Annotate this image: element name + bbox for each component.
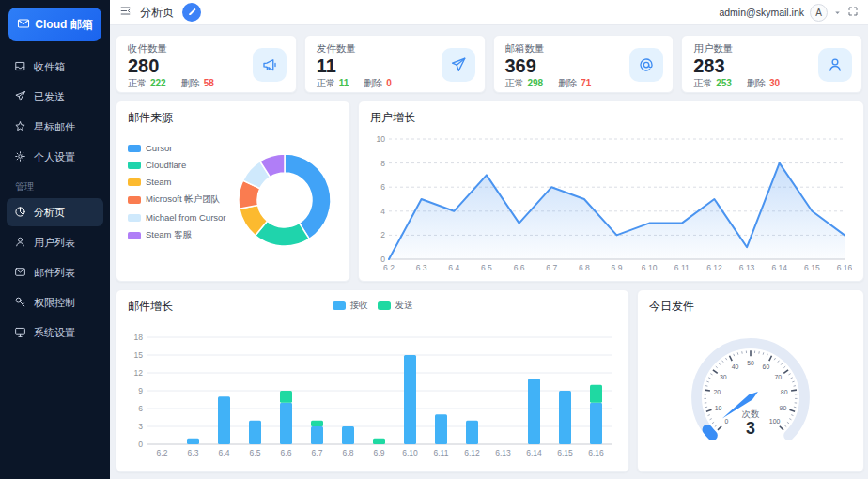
stats-row: 收件数量280正常222删除58发件数量11正常11删除0邮箱数量369正常29…: [116, 35, 862, 93]
stat-deleted-label: 删除: [747, 77, 766, 90]
sidebar-item-pie-chart[interactable]: 分析页: [7, 198, 103, 226]
svg-text:6.13: 6.13: [739, 263, 755, 272]
app-logo[interactable]: Cloud 邮箱: [8, 8, 101, 41]
sidebar-item-label: 收件箱: [34, 60, 65, 74]
caret-glyph: [833, 4, 842, 21]
svg-text:6.9: 6.9: [374, 448, 385, 457]
stat-deleted-value: 0: [386, 78, 392, 88]
svg-text:6.12: 6.12: [464, 448, 480, 457]
mail-growth-chart: 03691215186.26.36.46.56.66.76.86.96.106.…: [128, 320, 617, 463]
svg-text:6.5: 6.5: [481, 263, 492, 272]
svg-text:70: 70: [774, 374, 782, 380]
key-icon: [14, 296, 26, 310]
sidebar-item-inbox[interactable]: 收件箱: [7, 53, 103, 81]
at-icon: [629, 48, 663, 82]
legend-swatch: [128, 145, 141, 152]
pie-legend: CursorCloudflareSteamMicrosoft 帐户团队Micha…: [128, 143, 226, 241]
legend-item[interactable]: Steam: [128, 177, 226, 187]
app-name: Cloud 邮箱: [35, 17, 92, 33]
legend-item[interactable]: Microsoft 帐户团队: [128, 193, 226, 206]
envelope-icon: [17, 17, 30, 33]
sidebar-item-key[interactable]: 权限控制: [7, 288, 103, 317]
mail-icon: [14, 266, 26, 280]
edit-page-button[interactable]: [182, 3, 201, 22]
caret-down-icon[interactable]: [833, 4, 842, 21]
user-icon: [818, 48, 852, 82]
user-growth-chart: 02468106.26.36.46.56.66.76.86.96.106.116…: [370, 131, 852, 278]
legend-item[interactable]: 发送: [378, 300, 413, 312]
legend-label: Cursor: [146, 143, 173, 153]
stat-card: 邮箱数量369正常298删除71: [493, 35, 674, 93]
svg-text:0: 0: [138, 440, 143, 449]
sidebar-nav: 收件箱已发送星标邮件个人设置管理分析页用户列表邮件列表权限控制系统设置: [0, 49, 110, 352]
svg-text:6.4: 6.4: [219, 448, 230, 457]
monitor-icon: [14, 326, 26, 340]
legend-label: 发送: [395, 300, 413, 312]
fullscreen-icon[interactable]: [847, 4, 859, 21]
svg-text:3: 3: [138, 422, 143, 431]
stat-normal-value: 253: [716, 78, 732, 88]
stat-card: 收件数量280正常222删除58: [116, 35, 297, 93]
sidebar-item-star[interactable]: 星标邮件: [7, 113, 103, 141]
legend-swatch: [378, 301, 391, 310]
legend-swatch: [128, 214, 141, 222]
today-sent-title: 今日发件: [649, 299, 852, 315]
send-icon: [14, 90, 26, 104]
topbar: 分析页 admin@skymail.ink A: [110, 0, 868, 25]
svg-text:6.7: 6.7: [546, 263, 557, 272]
mail-sources-title: 邮件来源: [128, 110, 338, 126]
legend-item[interactable]: Michael from Cursor: [128, 212, 226, 223]
stat-card: 用户数量283正常253删除30: [681, 35, 862, 93]
sidebar-item-label: 星标邮件: [34, 120, 75, 134]
legend-item[interactable]: Cursor: [128, 143, 226, 153]
fullscreen-glyph: [847, 4, 859, 21]
svg-text:18: 18: [134, 332, 144, 342]
svg-text:4: 4: [380, 207, 385, 216]
user-growth-title: 用户增长: [370, 110, 852, 126]
user-email: admin@skymail.ink: [719, 7, 804, 18]
star-icon: [14, 120, 26, 134]
collapse-sidebar-icon[interactable]: [119, 4, 132, 21]
stat-deleted-value: 30: [769, 78, 780, 88]
svg-text:6: 6: [380, 182, 385, 192]
sidebar-item-gear[interactable]: 个人设置: [7, 143, 103, 171]
topbar-right: admin@skymail.ink A: [719, 4, 859, 22]
stat-normal-label: 正常: [317, 77, 335, 90]
svg-text:12: 12: [134, 368, 144, 378]
svg-text:90: 90: [780, 405, 787, 411]
svg-text:30: 30: [720, 374, 727, 380]
stat-deleted-value: 71: [581, 78, 591, 88]
charts-row-1: 邮件来源 CursorCloudflareSteamMicrosoft 帐户团队…: [116, 100, 862, 282]
user-growth-card: 用户增长 02468106.26.36.46.56.66.76.86.96.10…: [358, 100, 864, 282]
svg-text:6.6: 6.6: [514, 263, 525, 272]
sidebar-item-send[interactable]: 已发送: [7, 83, 103, 111]
svg-text:6.10: 6.10: [402, 448, 418, 457]
svg-text:6.8: 6.8: [579, 263, 590, 272]
svg-text:80: 80: [781, 389, 788, 395]
sidebar-item-user[interactable]: 用户列表: [7, 228, 103, 256]
svg-text:9: 9: [138, 386, 143, 395]
legend-item[interactable]: 接收: [333, 300, 368, 312]
stat-deleted-label: 删除: [364, 77, 382, 90]
svg-text:20: 20: [713, 389, 721, 395]
legend-item[interactable]: Steam 客服: [128, 229, 226, 241]
svg-text:6.6: 6.6: [281, 448, 292, 457]
svg-text:8: 8: [380, 159, 385, 168]
sidebar-item-label: 个人设置: [34, 150, 75, 164]
svg-text:10: 10: [715, 405, 722, 411]
legend-item[interactable]: Cloudflare: [128, 160, 226, 170]
sidebar-item-label: 邮件列表: [34, 266, 75, 280]
sidebar-item-mail[interactable]: 邮件列表: [7, 258, 103, 286]
sidebar-item-label: 系统设置: [34, 326, 75, 340]
svg-text:60: 60: [763, 363, 770, 370]
avatar[interactable]: A: [810, 4, 828, 22]
today-sent-card: 今日发件 0102030405060708090100次数3: [637, 289, 864, 472]
stat-deleted-label: 删除: [558, 77, 577, 90]
sidebar-item-monitor[interactable]: 系统设置: [7, 318, 103, 347]
legend-label: Steam 客服: [146, 229, 192, 241]
svg-text:6.16: 6.16: [588, 448, 604, 457]
svg-text:6.15: 6.15: [557, 448, 573, 457]
svg-text:6.5: 6.5: [250, 448, 261, 457]
legend-label: Steam: [146, 177, 171, 187]
svg-text:6.14: 6.14: [526, 448, 542, 457]
